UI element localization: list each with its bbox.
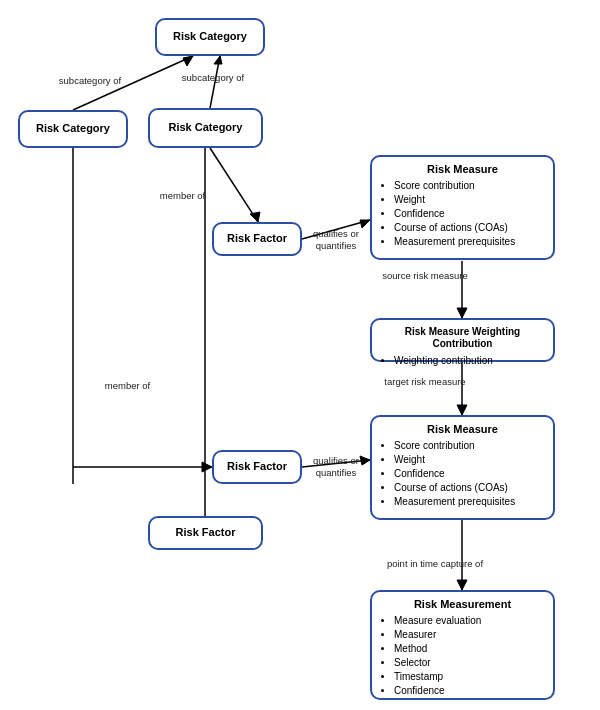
risk-measure-weighting-title: Risk Measure Weighting Contribution <box>380 326 545 350</box>
svg-marker-9 <box>457 308 467 318</box>
svg-marker-3 <box>214 56 222 64</box>
svg-marker-14 <box>202 462 212 472</box>
label-subcategory-right: subcategory of <box>178 72 248 83</box>
risk-category-mid-label: Risk Category <box>169 121 243 133</box>
label-member-of-top: member of <box>155 190 210 201</box>
risk-measure-top-list: Score contribution Weight Confidence Cou… <box>380 179 515 249</box>
list-item: Measurer <box>394 628 481 642</box>
label-qualifies-2: qualifies orquantifies <box>305 455 367 480</box>
risk-category-top: Risk Category <box>155 18 265 56</box>
risk-factor-1: Risk Factor <box>212 222 302 256</box>
list-item: Selector <box>394 656 481 670</box>
diagram: Risk Category Risk Category Risk Categor… <box>0 0 600 710</box>
risk-category-mid: Risk Category <box>148 108 263 148</box>
list-item: Method <box>394 642 481 656</box>
risk-factor-3: Risk Factor <box>148 516 263 550</box>
list-item: Measurement prerequisites <box>394 235 515 249</box>
label-source-risk-measure: source risk measure <box>375 270 475 281</box>
svg-line-4 <box>210 148 258 222</box>
svg-marker-5 <box>250 212 260 222</box>
list-item: Score contribution <box>394 179 515 193</box>
label-subcategory-left: subcategory of <box>55 75 125 86</box>
svg-marker-21 <box>457 580 467 590</box>
risk-factor-2: Risk Factor <box>212 450 302 484</box>
list-item: Measurement prerequisites <box>394 495 515 509</box>
risk-measure-top-title: Risk Measure <box>427 163 498 175</box>
list-item: Measure evaluation <box>394 614 481 628</box>
svg-marker-11 <box>457 405 467 415</box>
risk-category-top-label: Risk Category <box>173 30 247 42</box>
svg-marker-7 <box>360 220 370 228</box>
list-item: Timestamp <box>394 670 481 684</box>
risk-measurement: Risk Measurement Measure evaluation Meas… <box>370 590 555 700</box>
risk-measure-weighting-list: Weighting contribution <box>380 354 493 368</box>
risk-measure-weighting: Risk Measure Weighting Contribution Weig… <box>370 318 555 362</box>
label-point-in-time: point in time capture of <box>375 558 495 569</box>
list-item: Confidence <box>394 467 515 481</box>
svg-marker-1 <box>183 56 193 66</box>
list-item: Score contribution <box>394 439 515 453</box>
risk-measure-top: Risk Measure Score contribution Weight C… <box>370 155 555 260</box>
risk-factor-3-label: Risk Factor <box>176 526 236 538</box>
list-item: Course of actions (COAs) <box>394 221 515 235</box>
label-qualifies-1: qualifies orquantifies <box>305 228 367 253</box>
list-item: Course of actions (COAs) <box>394 481 515 495</box>
risk-category-left: Risk Category <box>18 110 128 148</box>
list-item: Weighting contribution <box>394 354 493 368</box>
risk-factor-2-label: Risk Factor <box>227 460 287 472</box>
list-item: Confidence <box>394 207 515 221</box>
risk-measurement-list: Measure evaluation Measurer Method Selec… <box>380 614 481 698</box>
list-item: Weight <box>394 453 515 467</box>
risk-category-left-label: Risk Category <box>36 122 110 134</box>
list-item: Confidence <box>394 684 481 698</box>
risk-measure-bottom: Risk Measure Score contribution Weight C… <box>370 415 555 520</box>
risk-measure-bottom-title: Risk Measure <box>427 423 498 435</box>
label-member-of-mid: member of <box>100 380 155 391</box>
risk-measurement-title: Risk Measurement <box>414 598 511 610</box>
label-target-risk-measure: target risk measure <box>375 376 475 387</box>
list-item: Weight <box>394 193 515 207</box>
risk-measure-bottom-list: Score contribution Weight Confidence Cou… <box>380 439 515 509</box>
risk-factor-1-label: Risk Factor <box>227 232 287 244</box>
